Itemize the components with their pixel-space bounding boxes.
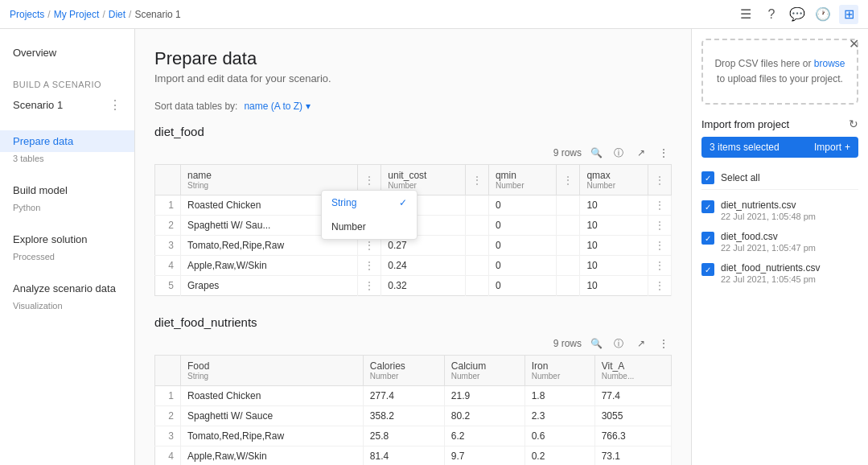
row-qmax-more[interactable]: ⋮	[648, 216, 672, 236]
dropdown-string[interactable]: String ✓	[322, 191, 417, 215]
row-calcium: 6.2	[444, 426, 525, 446]
row-qmax-more[interactable]: ⋮	[648, 195, 672, 216]
row-calories: 25.8	[363, 426, 444, 446]
breadcrumb-myproject[interactable]: My Project	[54, 9, 100, 20]
table-diet-food-nutrients-name: diet_food_nutrients	[154, 315, 672, 329]
col-qmin-more[interactable]: ⋮	[557, 165, 580, 195]
row-iron: 0.6	[525, 426, 594, 446]
sidebar-item-prepare[interactable]: Prepare data	[0, 130, 134, 152]
row-qmin-more	[557, 195, 580, 216]
file-checkbox[interactable]: ✓	[701, 232, 714, 245]
info-icon[interactable]: ⓘ	[611, 145, 627, 161]
table-row: 2 Spaghetti W/ Sauce 358.2 80.2 2.3 3055	[155, 406, 672, 426]
breadcrumb-projects[interactable]: Projects	[10, 9, 44, 20]
row-name: Grapes	[181, 276, 358, 296]
sidebar-item-analyze[interactable]: Analyze scenario data	[0, 278, 134, 299]
import-count: 3 items selected	[710, 142, 780, 153]
row-qmin: 0	[488, 236, 557, 256]
more-icon-2[interactable]: ⋮	[656, 335, 672, 352]
row-qmax: 10	[580, 216, 648, 236]
more-icon[interactable]: ⋮	[656, 145, 672, 161]
main-inner: Prepare data Import and edit data for yo…	[135, 29, 691, 465]
import-section-title: Import from project ↻	[701, 117, 858, 130]
row-qmax-more[interactable]: ⋮	[648, 276, 672, 296]
sidebar-section-explore: Explore solution Processed	[0, 228, 134, 265]
row-food: Spaghetti W/ Sauce	[181, 406, 364, 426]
file-name: diet_nutrients.csv	[721, 200, 858, 211]
chevron-down-icon: ▾	[306, 101, 311, 112]
col-calcium-header: CalciumNumber	[444, 356, 525, 386]
info-icon-2[interactable]: ⓘ	[611, 335, 627, 352]
file-item[interactable]: ✓ diet_food_nutrients.csv 22 Jul 2021, 1…	[701, 257, 858, 289]
row-unit-cost-more	[465, 276, 488, 296]
chat-icon[interactable]: 💬	[788, 5, 807, 24]
history-icon[interactable]: 🕐	[813, 5, 833, 24]
top-nav: Projects / My Project / Diet / Scenario …	[0, 0, 868, 29]
row-qmax-more[interactable]: ⋮	[648, 236, 672, 256]
select-all-row[interactable]: ✓ Select all	[701, 166, 858, 190]
select-all-checkbox[interactable]: ✓	[701, 171, 714, 184]
row-calcium: 21.9	[444, 386, 525, 406]
refresh-icon[interactable]: ↻	[849, 117, 858, 130]
file-item[interactable]: ✓ diet_nutrients.csv 22 Jul 2021, 1:05:4…	[701, 195, 858, 226]
row-qmin: 0	[488, 256, 557, 276]
col-index-header	[155, 165, 181, 195]
row-food: Tomato,Red,Ripe,Raw	[181, 426, 364, 446]
row-calcium: 80.2	[444, 406, 525, 426]
col-calories-header: CaloriesNumber	[363, 356, 444, 386]
browse-link[interactable]: browse	[814, 58, 845, 69]
row-unit-cost: 0.32	[381, 276, 466, 296]
file-date: 22 Jul 2021, 1:05:47 pm	[721, 243, 858, 253]
sidebar-more-icon[interactable]: ⋮	[109, 97, 121, 113]
nav-icons: ☰ ? 💬 🕐 ⊞	[736, 5, 858, 24]
row-vita: 766.3	[594, 426, 671, 446]
sidebar-item-model[interactable]: Build model	[0, 179, 134, 201]
row-qmin: 0	[488, 216, 557, 236]
row-more[interactable]: ⋮	[358, 256, 381, 276]
close-icon[interactable]: ✕	[845, 35, 862, 51]
sidebar-item-explore[interactable]: Explore solution	[0, 228, 134, 250]
sidebar-item-scenario[interactable]: Scenario 1 ⋮	[0, 93, 134, 117]
file-item[interactable]: ✓ diet_food.csv 22 Jul 2021, 1:05:47 pm	[701, 226, 858, 257]
apps-icon[interactable]: ⊞	[839, 5, 858, 24]
table-diet-food: diet_food 9 rows 🔍 ⓘ ↗ ⋮ name	[154, 125, 672, 296]
help-icon[interactable]: ?	[762, 5, 781, 24]
table-row: 4 Apple,Raw,W/Skin 81.4 9.7 0.2 73.1	[155, 446, 672, 466]
menu-icon[interactable]: ☰	[736, 5, 755, 24]
breadcrumb-scenario: Scenario 1	[134, 9, 180, 20]
table-diet-food-wrapper: name String ⋮ unit_cost Number ⋮	[154, 164, 672, 296]
file-checkbox[interactable]: ✓	[701, 200, 714, 213]
row-iron: 0.2	[525, 446, 594, 466]
export-icon-2[interactable]: ↗	[633, 335, 649, 352]
table-diet-food-meta: 9 rows 🔍 ⓘ ↗ ⋮	[154, 145, 672, 161]
export-icon[interactable]: ↗	[633, 145, 649, 161]
row-more[interactable]: ⋮	[358, 276, 381, 296]
file-checkbox[interactable]: ✓	[701, 263, 714, 276]
search-icon[interactable]: 🔍	[588, 145, 604, 161]
col-idx-header-2	[155, 356, 181, 386]
sidebar-item-overview[interactable]: Overview	[0, 42, 134, 64]
row-vita: 3055	[594, 406, 671, 426]
sort-value: name (A to Z)	[244, 101, 302, 112]
row-vita: 73.1	[594, 446, 671, 466]
col-qmax-more[interactable]: ⋮	[648, 165, 672, 195]
dropdown-number[interactable]: Number	[322, 215, 417, 239]
row-idx: 4	[155, 446, 181, 466]
table-row: 3 Tomato,Red,Ripe,Raw 25.8 6.2 0.6 766.3	[155, 426, 672, 446]
breadcrumb-diet[interactable]: Diet	[109, 9, 125, 20]
import-button[interactable]: Import +	[814, 142, 850, 153]
sidebar-explore-sub: Processed	[0, 250, 134, 265]
drop-zone: Drop CSV files here or browse to upload …	[701, 39, 858, 105]
check-icon-file: ✓	[705, 234, 711, 243]
sort-select[interactable]: name (A to Z) ▾	[244, 101, 311, 112]
sidebar-section-build: Build a scenario Scenario 1 ⋮	[0, 76, 134, 117]
table-diet-food-nutrients-meta: 9 rows 🔍 ⓘ ↗ ⋮	[154, 335, 672, 352]
plus-icon: +	[845, 142, 850, 153]
col-unit-cost-more[interactable]: ⋮	[465, 165, 488, 195]
sort-bar: Sort data tables by: name (A to Z) ▾	[154, 101, 672, 112]
row-qmax-more[interactable]: ⋮	[648, 256, 672, 276]
file-info: diet_nutrients.csv 22 Jul 2021, 1:05:48 …	[721, 200, 858, 221]
right-panel: ✕ Drop CSV files here or browse to uploa…	[691, 29, 868, 465]
search-icon-2[interactable]: 🔍	[588, 335, 604, 352]
row-qmax: 10	[580, 276, 648, 296]
